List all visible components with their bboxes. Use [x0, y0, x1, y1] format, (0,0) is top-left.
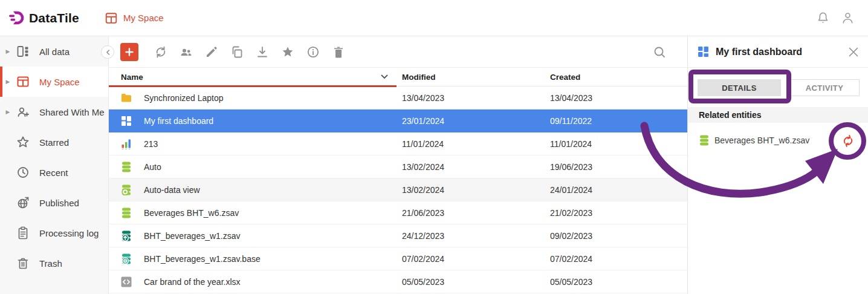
column-header-modified[interactable]: Modified — [397, 73, 545, 82]
my-space-icon — [105, 11, 118, 25]
row-modified: 07/02/2024 — [397, 254, 545, 264]
row-modified: 13/02/2024 — [397, 185, 545, 195]
column-header-created[interactable]: Created — [545, 73, 687, 82]
row-modified: 05/05/2023 — [397, 277, 545, 287]
table-row[interactable]: 213 11/01/2024 11/01/2024 — [109, 132, 687, 155]
sidebar-item-label: Processing log — [39, 228, 99, 238]
row-name: Car brand of the year.xlsx — [144, 277, 241, 287]
database-globe-icon — [121, 253, 132, 264]
sidebar-item-starred[interactable]: Starred — [0, 127, 108, 157]
panel-title: My first dashboard — [716, 47, 842, 57]
dashboard-icon — [698, 46, 709, 57]
search-icon[interactable] — [652, 45, 667, 59]
row-modified: 13/02/2024 — [397, 162, 545, 172]
row-created: 09/11/2022 — [545, 116, 687, 126]
database-upload-icon — [121, 230, 132, 241]
sidebar-item-label: Published — [39, 198, 79, 208]
row-created: 07/02/2024 — [545, 254, 687, 264]
table-row[interactable]: BHT_beverages_w1.zsav 24/12/2023 09/02/2… — [109, 224, 687, 247]
account-person-icon[interactable] — [841, 11, 855, 25]
column-header-name[interactable]: Name — [121, 73, 143, 82]
download-icon[interactable] — [255, 45, 270, 59]
sidebar-item-published[interactable]: Published — [0, 188, 108, 218]
table-row-selected[interactable]: My first dashboard 23/01/2024 09/11/2022 — [109, 109, 687, 132]
tab-activity[interactable]: ACTIVITY — [789, 79, 860, 96]
sidebar-item-label: Starred — [39, 137, 69, 148]
clock-icon — [16, 165, 30, 180]
bar-chart-icon — [121, 139, 132, 149]
star-icon — [16, 135, 30, 149]
breadcrumb[interactable]: My Space — [105, 11, 164, 25]
row-created: 05/05/2023 — [545, 277, 687, 287]
row-created: 13/04/2023 — [545, 93, 687, 103]
trash-icon — [16, 256, 30, 270]
row-name: BHT_beverages_w1.zsav — [144, 231, 241, 241]
sidebar-item-my-space[interactable]: ▶ My Space — [0, 67, 108, 97]
sidebar-item-label: Recent — [39, 168, 68, 178]
close-icon[interactable] — [849, 47, 858, 57]
row-created: 11/01/2024 — [545, 139, 687, 149]
sidebar-item-label: All data — [39, 47, 70, 57]
related-entities-header: Related entities — [688, 107, 868, 123]
edit-pencil-icon[interactable] — [204, 45, 219, 59]
delete-trash-icon[interactable] — [331, 45, 346, 59]
share-users-icon[interactable] — [179, 45, 193, 59]
my-space-icon — [16, 74, 30, 89]
globe-icon — [16, 195, 30, 210]
row-modified: 13/04/2023 — [397, 93, 545, 103]
row-modified: 11/01/2024 — [397, 139, 545, 149]
expand-arrow-icon[interactable]: ▶ — [4, 109, 12, 115]
sidebar-item-shared-with-me[interactable]: ▶ Shared With Me — [0, 97, 108, 127]
related-entity-name: Beverages BHT_w6.zsav — [714, 136, 809, 145]
notifications-bell-icon[interactable] — [816, 11, 830, 25]
sidebar-item-processing-log[interactable]: Processing log — [0, 218, 108, 248]
dashboard-icon — [121, 116, 132, 126]
sidebar-item-label: My Space — [39, 77, 80, 87]
details-panel: My first dashboard DETAILS ACTIVITY Rela… — [687, 36, 868, 294]
row-created: 19/06/2023 — [545, 162, 687, 172]
add-button[interactable] — [120, 43, 138, 61]
sidebar-item-trash[interactable]: Trash — [0, 248, 108, 278]
row-modified: 24/12/2023 — [397, 231, 545, 241]
sidebar-item-recent[interactable]: Recent — [0, 157, 108, 188]
top-bar: DataTile My Space — [0, 0, 868, 36]
database-icon — [121, 162, 132, 172]
refresh-icon[interactable] — [154, 45, 168, 59]
sort-indicator — [109, 85, 397, 87]
tab-details[interactable]: DETAILS — [698, 79, 781, 96]
row-name: BHT_beverages_w1.zsav.base — [144, 254, 261, 264]
file-list-area: Name Modified Created Synchronized Lapto… — [109, 36, 687, 294]
database-icon — [699, 135, 710, 146]
table-row[interactable]: Beverages BHT_w6.zsav 21/06/2023 21/02/2… — [109, 201, 687, 224]
star-icon[interactable] — [280, 45, 295, 59]
row-name: Auto-data view — [144, 185, 200, 195]
row-modified: 23/01/2024 — [397, 116, 545, 126]
spreadsheet-icon — [121, 276, 132, 287]
sidebar-item-all-data[interactable]: ▶ All data — [0, 36, 108, 67]
row-name: My first dashboard — [144, 116, 213, 126]
info-icon[interactable] — [306, 45, 320, 59]
row-created: 24/01/2024 — [545, 185, 687, 195]
sidebar: ▶ All data ▶ My Space ▶ — [0, 36, 109, 294]
breadcrumb-label: My Space — [123, 13, 164, 23]
table-row[interactable]: BHT_beverages_w1.zsav.base 07/02/2024 07… — [109, 247, 687, 270]
expand-arrow-icon[interactable]: ▶ — [4, 48, 12, 54]
sync-icon[interactable] — [841, 134, 855, 148]
sidebar-collapse-button[interactable] — [101, 45, 114, 59]
chevron-down-icon[interactable] — [381, 74, 388, 79]
sidebar-item-label: Shared With Me — [39, 107, 105, 117]
copy-icon[interactable] — [230, 45, 244, 59]
row-name: Auto — [144, 162, 161, 172]
table-row[interactable]: Auto-data view 13/02/2024 24/01/2024 — [109, 178, 687, 201]
table-header: Name Modified Created — [109, 68, 687, 87]
table-row[interactable]: Car brand of the year.xlsx 05/05/2023 05… — [109, 270, 687, 293]
table-row[interactable]: Synchronized Laptop 13/04/2023 13/04/202… — [109, 87, 687, 109]
table-row[interactable]: Auto 13/02/2024 19/06/2023 — [109, 155, 687, 178]
expand-arrow-icon[interactable]: ▶ — [4, 79, 12, 85]
all-data-icon — [16, 44, 30, 59]
row-name: Beverages BHT_w6.zsav — [144, 208, 239, 218]
row-modified: 21/06/2023 — [397, 208, 545, 218]
brand-logo[interactable]: DataTile — [8, 10, 79, 26]
sidebar-item-label: Trash — [39, 258, 62, 269]
row-created: 09/02/2023 — [545, 231, 687, 241]
